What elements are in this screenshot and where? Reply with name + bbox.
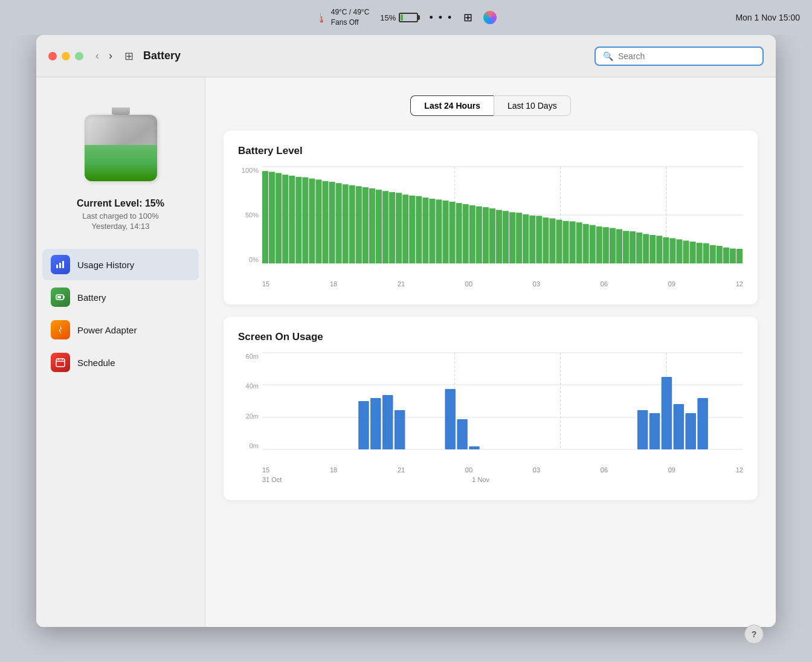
svg-rect-78 xyxy=(669,238,675,263)
svg-rect-97 xyxy=(370,398,381,449)
sidebar-item-power-adapter[interactable]: Power Adapter xyxy=(42,314,199,345)
svg-rect-82 xyxy=(697,243,703,263)
svg-rect-45 xyxy=(450,202,456,263)
svg-rect-37 xyxy=(396,193,402,263)
close-button[interactable] xyxy=(48,52,57,60)
help-button[interactable]: ? xyxy=(744,625,764,644)
minimize-button[interactable] xyxy=(62,52,70,60)
screen-usage-chart-container: 60m 40m 20m 0m xyxy=(238,353,743,464)
screen-y-40: 40m xyxy=(246,382,259,390)
tab-last-24-hours[interactable]: Last 24 Hours xyxy=(410,95,494,116)
svg-rect-59 xyxy=(543,217,549,263)
svg-rect-5 xyxy=(57,296,61,298)
menubar-center: 🌡️ 49°C / 49°C Fans Off 15% • • • ⊞ xyxy=(315,7,497,28)
last-charged-time: Yesterday, 14:13 xyxy=(77,222,164,231)
screen-x-21: 21 xyxy=(398,466,405,474)
svg-rect-99 xyxy=(395,410,405,449)
menubar-dots[interactable]: • • • xyxy=(429,11,453,24)
svg-rect-32 xyxy=(362,187,369,263)
search-box[interactable]: 🔍 xyxy=(594,47,764,66)
svg-rect-103 xyxy=(637,410,648,449)
screen-usage-chart-card: Screen On Usage 60m 40m 20m 0m xyxy=(224,317,758,500)
control-center-icon[interactable]: ⊞ xyxy=(463,11,472,24)
sidebar-item-usage-history[interactable]: Usage History xyxy=(42,249,199,280)
svg-rect-104 xyxy=(649,413,660,449)
sidebar-item-schedule[interactable]: Schedule xyxy=(42,347,199,378)
svg-marker-6 xyxy=(59,326,62,334)
x-label-15: 15 xyxy=(262,280,269,288)
svg-rect-101 xyxy=(457,419,468,449)
battery-chart-inner xyxy=(262,167,743,278)
search-icon: 🔍 xyxy=(603,51,613,61)
svg-rect-71 xyxy=(623,231,629,263)
x-label-06: 06 xyxy=(601,280,608,288)
svg-rect-54 xyxy=(509,212,515,263)
svg-rect-51 xyxy=(489,208,495,263)
nav-items: Usage History Battery Power Adapter xyxy=(36,249,205,379)
svg-rect-102 xyxy=(469,446,480,449)
svg-rect-17 xyxy=(262,171,268,263)
tab-last-10-days[interactable]: Last 10 Days xyxy=(494,95,571,116)
svg-rect-80 xyxy=(683,240,689,263)
svg-rect-60 xyxy=(549,218,555,263)
svg-rect-77 xyxy=(663,237,669,263)
last-charged-label: Last charged to 100% xyxy=(77,211,164,220)
svg-rect-68 xyxy=(603,227,609,263)
screen-y-20: 20m xyxy=(246,413,259,420)
svg-rect-76 xyxy=(656,236,662,263)
svg-rect-86 xyxy=(723,248,729,263)
siri-icon[interactable] xyxy=(483,11,497,24)
svg-rect-50 xyxy=(483,207,489,263)
screen-x-labels: 15 18 21 00 03 06 09 12 31 Oct xyxy=(238,464,743,486)
battery-level-svg xyxy=(262,167,743,275)
sidebar-item-battery[interactable]: Battery xyxy=(42,281,199,313)
screen-x-03: 03 xyxy=(533,466,540,474)
x-label-00: 00 xyxy=(465,280,472,288)
svg-rect-108 xyxy=(697,398,708,449)
svg-rect-24 xyxy=(309,179,315,263)
battery-icon-menubar xyxy=(399,13,418,22)
back-button[interactable]: ‹ xyxy=(93,50,102,62)
svg-rect-88 xyxy=(736,249,743,263)
svg-rect-56 xyxy=(523,214,529,263)
svg-rect-47 xyxy=(463,204,469,263)
svg-rect-61 xyxy=(556,220,562,263)
svg-rect-55 xyxy=(516,213,522,263)
svg-rect-2 xyxy=(62,261,64,268)
fans-value: Fans Off xyxy=(331,18,370,28)
svg-rect-1 xyxy=(59,263,61,268)
svg-rect-20 xyxy=(282,175,288,263)
time-tabs: Last 24 Hours Last 10 Days xyxy=(224,95,758,116)
svg-rect-81 xyxy=(690,242,696,263)
svg-rect-23 xyxy=(302,178,308,263)
svg-rect-72 xyxy=(630,231,636,263)
svg-rect-19 xyxy=(276,173,282,263)
sidebar-item-label-usage-history: Usage History xyxy=(77,260,134,270)
svg-rect-83 xyxy=(703,243,709,263)
forward-button[interactable]: › xyxy=(106,50,115,62)
y-label-100: 100% xyxy=(242,167,259,174)
y-label-0: 0% xyxy=(249,256,259,263)
battery-level-text: Current Level: 15% xyxy=(77,198,164,209)
battery-cap xyxy=(112,108,130,115)
svg-rect-35 xyxy=(382,191,388,263)
svg-rect-84 xyxy=(710,245,716,263)
grid-icon[interactable]: ⊞ xyxy=(124,50,134,63)
svg-rect-43 xyxy=(436,199,442,263)
svg-rect-29 xyxy=(343,184,349,263)
x-label-09: 09 xyxy=(668,280,675,288)
svg-rect-106 xyxy=(674,404,685,449)
svg-rect-49 xyxy=(476,207,482,263)
screen-x-00: 00 xyxy=(465,466,472,474)
maximize-button[interactable] xyxy=(75,52,83,60)
screen-chart-inner xyxy=(262,353,743,464)
screen-x-06: 06 xyxy=(601,466,608,474)
svg-rect-38 xyxy=(402,194,408,263)
usage-history-icon xyxy=(51,255,70,274)
svg-rect-63 xyxy=(570,221,576,263)
menubar-temp: 🌡️ 49°C / 49°C Fans Off xyxy=(315,7,370,28)
svg-rect-39 xyxy=(409,196,415,263)
svg-rect-7 xyxy=(56,359,65,367)
battery-green-fill xyxy=(85,145,157,182)
search-input[interactable] xyxy=(618,51,755,61)
